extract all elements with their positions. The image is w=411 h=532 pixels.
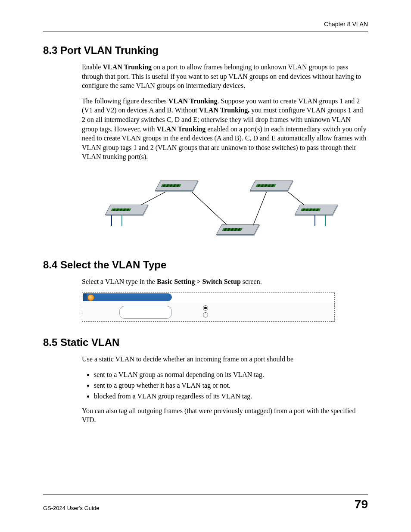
- header-divider: [43, 31, 368, 31]
- section-8-5-heading: 8.5 Static VLAN: [43, 336, 368, 348]
- switch-icon: [216, 224, 260, 235]
- switch-icon: [295, 205, 338, 215]
- switch-setup-tab[interactable]: [83, 293, 172, 301]
- chapter-header: Chapter 8 VLAN: [43, 21, 368, 28]
- footer-divider: [43, 495, 368, 495]
- svg-line-1: [188, 188, 229, 227]
- section-8-4-p1: Select a VLAN type in the Basic Setting …: [43, 277, 368, 286]
- text: Enable: [82, 63, 103, 71]
- vlan-type-options: [203, 305, 210, 319]
- section-8-3-heading: 8.3 Port VLAN Trunking: [43, 44, 368, 56]
- vlan-type-label: [119, 306, 172, 319]
- text: Select a VLAN type in the: [82, 278, 157, 285]
- text-bold: VLAN Trunking: [103, 63, 152, 71]
- port-line: [111, 215, 112, 226]
- port-line: [314, 215, 315, 226]
- section-8-5-bullets: sent to a VLAN group as normal depending…: [43, 370, 368, 401]
- text-bold: VLAN Trunking: [168, 97, 218, 105]
- radio-icon: [203, 305, 208, 311]
- list-item: sent to a group whether it has a VLAN ta…: [94, 380, 368, 391]
- section-8-5-p1: Use a static VLAN to decide whether an i…: [43, 355, 368, 364]
- section-8-3-p1: Enable VLAN Trunking on a port to allow …: [43, 62, 368, 90]
- text-bold: VLAN Trunking,: [199, 106, 250, 114]
- switch-icon: [105, 205, 149, 215]
- footer-guide: GS-2024 User's Guide: [43, 505, 99, 511]
- text: screen.: [241, 278, 262, 285]
- tab-edge-icon: [83, 293, 87, 301]
- port-line: [121, 215, 122, 226]
- figure-30-screenshot: [82, 292, 335, 322]
- radio-icon: [203, 312, 208, 317]
- figure-29-diagram: [82, 168, 340, 249]
- text-bold: VLAN Trunking: [157, 125, 206, 133]
- page-number: 79: [355, 498, 368, 511]
- svg-line-2: [252, 188, 268, 227]
- radio-port-based[interactable]: [203, 312, 210, 319]
- page-footer: GS-2024 User's Guide 79: [43, 495, 368, 511]
- list-item: sent to a VLAN group as normal depending…: [94, 370, 368, 380]
- switch-icon: [250, 180, 293, 191]
- text-bold: Basic Setting > Switch Setup: [157, 278, 241, 285]
- port-line: [325, 215, 326, 226]
- radio-8021q[interactable]: [203, 305, 210, 312]
- switch-icon: [155, 180, 199, 191]
- section-8-4-heading: 8.4 Select the VLAN Type: [43, 259, 368, 271]
- list-item: blocked from a VLAN group regardless of …: [94, 391, 368, 402]
- section-8-3-p2: The following figure describes VLAN Trun…: [43, 96, 368, 162]
- text: The following figure describes: [82, 97, 168, 105]
- section-8-5-p2: You can also tag all outgoing frames (th…: [43, 406, 368, 425]
